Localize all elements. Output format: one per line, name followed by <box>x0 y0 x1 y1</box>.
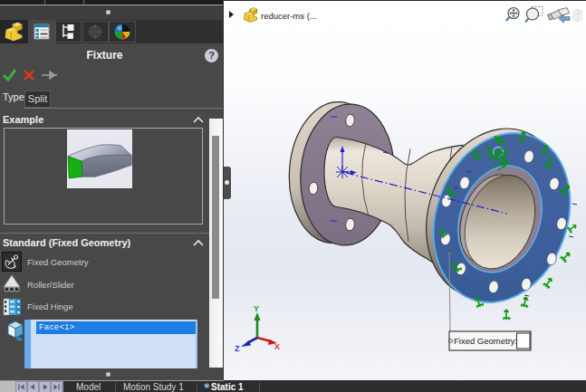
svg-text:Y: Y <box>254 304 259 313</box>
svg-text:Fixed Geometry:: Fixed Geometry: <box>454 336 517 346</box>
svg-text:Z: Z <box>235 344 240 353</box>
svg-text:X: X <box>274 342 280 351</box>
